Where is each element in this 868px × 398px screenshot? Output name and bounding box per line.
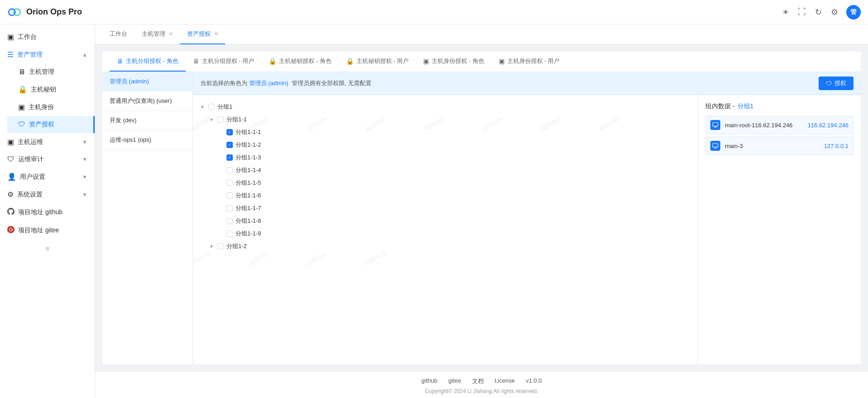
footer-copyright: Copyright© 2024 Li Jiahang All rights re…	[95, 388, 868, 394]
tree-checkbox-g1-1-6[interactable]	[227, 192, 233, 199]
tree-node-row-g1-1[interactable]: ▼ 分组1-1	[202, 113, 698, 126]
detail-host-ip-1[interactable]: 116.62.194.246	[808, 122, 849, 129]
role-item-ops[interactable]: 运维-ops1 (ops)	[102, 130, 193, 150]
sidebar-item-host-key[interactable]: 🔒 主机秘钥	[7, 81, 95, 98]
sidebar-item-label: 主机身份	[29, 103, 54, 111]
sys-settings-icon: ⚙	[7, 190, 14, 199]
tree-checkbox-g1-1-2[interactable]	[227, 142, 233, 148]
inner-tab-host-group-role[interactable]: 🖥 主机分组授权 - 角色	[110, 52, 186, 72]
footer-link-github[interactable]: github	[421, 377, 437, 385]
sidebar-item-asset-auth[interactable]: 🛡 资产授权	[7, 116, 95, 133]
inner-tab-label: 主机秘钥授权 - 角色	[279, 57, 332, 65]
sidebar-item-sys-settings[interactable]: ⚙ 系统设置 ▼	[0, 186, 95, 203]
inner-tab-host-group-user[interactable]: 🖥 主机分组授权 - 用户	[186, 52, 262, 72]
tree-node-g1-2: ▼ 分组1-2	[202, 240, 698, 253]
tree-node-row-root[interactable]: ▼ 分组1	[193, 101, 698, 113]
sidebar-item-github[interactable]: 项目地址 github	[0, 203, 95, 221]
chevron-down-icon: ▼	[82, 174, 87, 180]
refresh-icon[interactable]: ↻	[814, 8, 823, 17]
gitee-icon	[7, 226, 14, 235]
sidebar-item-asset-mgmt[interactable]: ☰ 资产管理 ▲	[0, 46, 95, 63]
tab-close-host-mgmt[interactable]: ✕	[169, 31, 173, 36]
sun-icon[interactable]: ☀	[781, 8, 790, 17]
tab-label: 工作台	[110, 30, 127, 38]
main-layout: ▣ 工作台 ☰ 资产管理 ▲ 🖥 主机管理 🔒 主机秘钥 ▣ 主机身份 🛡 资	[0, 24, 868, 398]
inner-tab-host-identity-role[interactable]: ▣ 主机身份授权 - 角色	[416, 52, 492, 72]
tree-node-row-g1-1-4[interactable]: ▶ 分组1-1-4	[211, 164, 698, 177]
tree-node-row-g1-1-1[interactable]: ▶ 分组1-1-1	[211, 126, 698, 139]
tab-close-asset-auth[interactable]: ✕	[214, 31, 218, 36]
tree-node-row-g1-1-6[interactable]: ▶ 分组1-1-6	[211, 189, 698, 202]
sidebar-item-ops-audit[interactable]: 🛡 运维审计 ▼	[0, 151, 95, 168]
host-icon-2	[710, 141, 720, 151]
tree-detail: admin admin admin admin admin admin admi…	[193, 95, 861, 364]
sidebar-item-host-ops[interactable]: ▣ 主机运维 ▼	[0, 133, 95, 151]
sidebar-collapse[interactable]: ≡	[0, 240, 95, 258]
inner-tab-host-key-user[interactable]: 🔒 主机秘钥授权 - 用户	[339, 52, 416, 72]
tab-workbench[interactable]: 工作台	[102, 24, 135, 44]
tree-label-root: 分组1	[217, 103, 232, 111]
detail-title: 组内数据 - 分组1	[705, 102, 854, 110]
detail-host-ip-2[interactable]: 127.0.0.1	[824, 143, 849, 149]
shield-icon: 🛡	[18, 120, 25, 129]
tree-checkbox-g1-1-7[interactable]	[227, 205, 233, 211]
tree-toggle-g1-1[interactable]: ▼	[209, 117, 215, 122]
tree-checkbox-root[interactable]	[208, 104, 215, 110]
detail-group-name: 分组1	[738, 102, 754, 110]
tree-node-row-g1-1-7[interactable]: ▶ 分组1-1-7	[211, 202, 698, 215]
tree-children-root: ▼ 分组1-1 ▶	[193, 113, 698, 253]
svg-rect-3	[713, 123, 718, 126]
selected-role: 管理员 (admin)	[249, 80, 289, 86]
footer-link-version[interactable]: v1.0.0	[526, 377, 542, 385]
monitor-icon: 🖥	[18, 68, 25, 76]
footer-link-license[interactable]: License	[495, 377, 515, 385]
auth-panel: 当前选择的角色为 管理员 (admin) 管理员拥有全部权限, 无需配置 🛡 授…	[193, 72, 861, 364]
tree-label-g1-1-2: 分组1-1-2	[236, 141, 261, 149]
sidebar: ▣ 工作台 ☰ 资产管理 ▲ 🖥 主机管理 🔒 主机秘钥 ▣ 主机身份 🛡 资	[0, 24, 95, 398]
tree-checkbox-g1-2[interactable]	[217, 243, 224, 249]
sidebar-item-host-identity[interactable]: ▣ 主机身份	[7, 98, 95, 116]
sidebar-item-host-mgmt[interactable]: 🖥 主机管理	[7, 63, 95, 81]
tree-node-row-g1-1-9[interactable]: ▶ 分组1-1-9	[211, 227, 698, 240]
tree-checkbox-g1-1-9[interactable]	[227, 230, 233, 237]
expand-icon[interactable]: ⛶	[797, 8, 806, 17]
tree-checkbox-g1-1[interactable]	[217, 116, 224, 123]
detail-panel: 组内数据 - 分组1 main-root-116.62.194.246 116.…	[698, 95, 861, 364]
tree-checkbox-g1-1-1[interactable]	[227, 129, 233, 135]
footer-link-docs[interactable]: 文档	[472, 377, 484, 385]
tab-host-mgmt[interactable]: 主机管理 ✕	[135, 24, 180, 44]
tree-node-row-g1-1-2[interactable]: ▶ 分组1-1-2	[211, 139, 698, 151]
user-icon: 👤	[7, 173, 16, 181]
sidebar-item-label: 资产授权	[29, 120, 54, 129]
tree-toggle-g1-2[interactable]: ▼	[209, 244, 215, 249]
tree-node-g1-1-9: ▶ 分组1-1-9	[211, 227, 698, 240]
tree-checkbox-g1-1-4[interactable]	[227, 167, 233, 173]
auth-button[interactable]: 🛡 授权	[819, 77, 854, 90]
tree-node-row-g1-1-5[interactable]: ▶ 分组1-1-5	[211, 177, 698, 189]
tree-checkbox-g1-1-3[interactable]	[227, 154, 233, 161]
chevron-down-icon: ▼	[82, 192, 87, 198]
host-ops-icon: ▣	[7, 138, 14, 146]
inner-tab-host-key-role[interactable]: 🔒 主机秘钥授权 - 角色	[261, 52, 339, 72]
role-list: 管理员 (admin) 普通用户(仅查询) (user) 开发 (dev) 运维…	[102, 72, 193, 364]
tree-label-g1-1-9: 分组1-1-9	[236, 230, 261, 238]
tree-checkbox-g1-1-5[interactable]	[227, 180, 233, 186]
tree-node-row-g1-2[interactable]: ▼ 分组1-2	[202, 240, 698, 253]
sidebar-item-workbench[interactable]: ▣ 工作台	[0, 28, 95, 46]
settings-icon[interactable]: ⚙	[830, 8, 839, 17]
tree-toggle-root[interactable]: ▼	[200, 105, 206, 110]
inner-tab-host-identity-user[interactable]: ▣ 主机身份授权 - 用户	[492, 52, 567, 72]
role-item-dev[interactable]: 开发 (dev)	[102, 111, 193, 130]
sidebar-item-user-settings[interactable]: 👤 用户设置 ▼	[0, 168, 95, 186]
auth-body: 管理员 (admin) 普通用户(仅查询) (user) 开发 (dev) 运维…	[102, 72, 861, 364]
avatar[interactable]: 管	[846, 5, 861, 19]
footer-link-gitee[interactable]: gitee	[448, 377, 461, 385]
role-item-user[interactable]: 普通用户(仅查询) (user)	[102, 91, 193, 111]
tree-node-row-g1-1-3[interactable]: ▶ 分组1-1-3	[211, 151, 698, 164]
tab-asset-auth[interactable]: 资产授权 ✕	[180, 24, 225, 44]
sidebar-item-gitee[interactable]: 项目地址 gitee	[0, 221, 95, 240]
identity-icon: ▣	[423, 58, 429, 65]
tree-checkbox-g1-1-8[interactable]	[227, 218, 233, 224]
role-item-admin[interactable]: 管理员 (admin)	[102, 72, 193, 91]
tree-node-row-g1-1-8[interactable]: ▶ 分组1-1-8	[211, 215, 698, 227]
